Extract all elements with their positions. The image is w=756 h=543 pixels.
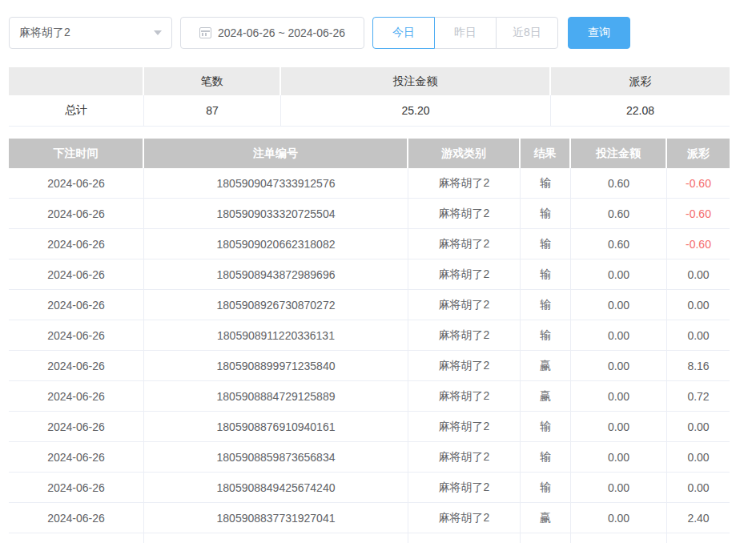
chevron-down-icon <box>154 30 162 35</box>
table-body: 2024-06-261805909047333912576麻将胡了2输0.60-… <box>9 168 730 543</box>
cell-bet-time: 2024-06-26 <box>9 442 144 472</box>
table-row: 2024-06-261805908859873656834麻将胡了2输0.000… <box>9 442 730 473</box>
cell-game-type: 麻将胡了2 <box>408 290 521 320</box>
cell-bet-time: 2024-06-26 <box>9 290 144 320</box>
cell-bet-amount: 0.00 <box>571 412 667 441</box>
summary-header-empty <box>9 67 144 95</box>
cell-bet-amount: 0.00 <box>571 473 667 502</box>
cell-payout: 0.00 <box>667 320 730 350</box>
cell-payout: 0.72 <box>667 381 730 411</box>
betting-records-page: 麻将胡了2 2024-06-26 ~ 2024-06-26 今日 昨日 近8日 … <box>0 0 756 543</box>
cell-bet-time: 2024-06-26 <box>9 473 144 502</box>
cell-game-type: 麻将胡了2 <box>408 503 521 533</box>
cell-order-number: 1805908899971235840 <box>144 351 408 380</box>
query-button[interactable]: 查询 <box>568 17 630 49</box>
cell-game-type: 麻将胡了2 <box>408 320 521 350</box>
cell-result: 输 <box>521 199 571 228</box>
cell-bet-amount: 0.60 <box>571 199 667 228</box>
cell-bet-time: 2024-06-26 <box>9 351 144 380</box>
cell-game-type: 麻将胡了2 <box>408 412 521 441</box>
cell-order-number: 1805908837731927041 <box>144 503 408 533</box>
header-payout: 派彩 <box>667 139 730 168</box>
cell-order-number: 1805908926730870272 <box>144 290 408 320</box>
cell-game-type: 麻将胡了2 <box>408 229 521 259</box>
date-range-picker[interactable]: 2024-06-26 ~ 2024-06-26 <box>180 17 364 49</box>
cell-bet-amount: 0.00 <box>571 503 667 533</box>
cell-bet-time: 2024-06-26 <box>9 503 144 533</box>
cell-bet-amount: 0.00 <box>571 442 667 472</box>
cell-bet-time <box>9 533 144 543</box>
cell-payout: -0.60 <box>667 199 730 228</box>
cell-payout <box>667 533 730 543</box>
cell-payout: 0.00 <box>667 259 730 289</box>
cell-bet-amount: 0.60 <box>571 168 667 198</box>
table-row: 2024-06-261805908926730870272麻将胡了2输0.000… <box>9 290 730 320</box>
header-order-number: 注单编号 <box>144 139 408 168</box>
cell-result: 输 <box>521 259 571 289</box>
cell-order-number <box>144 533 408 543</box>
cell-result: 输 <box>521 442 571 472</box>
header-bet-amount: 投注金额 <box>571 139 667 168</box>
cell-game-type: 麻将胡了2 <box>408 442 521 472</box>
game-select-value: 麻将胡了2 <box>19 26 154 40</box>
summary-total-bet-amount: 25.20 <box>281 95 551 126</box>
header-bet-time: 下注时间 <box>9 139 144 168</box>
cell-bet-amount: 0.00 <box>571 259 667 289</box>
cell-order-number: 1805908943872989696 <box>144 259 408 289</box>
cell-bet-time: 2024-06-26 <box>9 229 144 259</box>
summary-total-count: 87 <box>144 95 281 126</box>
cell-result: 输 <box>521 290 571 320</box>
summary-total-row: 总计 87 25.20 22.08 <box>9 95 730 127</box>
cell-payout: 0.00 <box>667 412 730 441</box>
cell-order-number: 1805909033320725504 <box>144 199 408 228</box>
cell-game-type: 麻将胡了2 <box>408 473 521 502</box>
today-button[interactable]: 今日 <box>372 17 435 49</box>
summary-total-payout: 22.08 <box>551 95 730 126</box>
summary-header-row: 笔数 投注金额 派彩 <box>9 67 730 95</box>
cell-order-number: 1805908884729125889 <box>144 381 408 411</box>
cell-result: 赢 <box>521 503 571 533</box>
cell-game-type: 麻将胡了2 <box>408 168 521 198</box>
cell-payout: 8.16 <box>667 351 730 380</box>
table-row: 2024-06-261805908884729125889麻将胡了2赢0.000… <box>9 381 730 412</box>
cell-bet-amount: 0.00 <box>571 351 667 380</box>
cell-bet-time: 2024-06-26 <box>9 412 144 441</box>
cell-bet-amount: 0.60 <box>571 229 667 259</box>
cell-result: 输 <box>521 412 571 441</box>
cell-order-number: 1805908911220336131 <box>144 320 408 350</box>
cell-bet-time: 2024-06-26 <box>9 168 144 198</box>
summary-header-bet-amount: 投注金额 <box>281 67 551 95</box>
table-row: 2024-06-261805908876910940161麻将胡了2输0.000… <box>9 412 730 442</box>
cell-payout: 0.00 <box>667 290 730 320</box>
filter-bar: 麻将胡了2 2024-06-26 ~ 2024-06-26 今日 昨日 近8日 … <box>9 17 756 49</box>
table-row: 2024-06-261805908911220336131麻将胡了2输0.000… <box>9 320 730 351</box>
cell-result: 输 <box>521 473 571 502</box>
last-8-days-button[interactable]: 近8日 <box>496 17 558 49</box>
table-row <box>9 533 730 543</box>
cell-game-type: 麻将胡了2 <box>408 381 521 411</box>
table-row: 2024-06-261805909033320725504麻将胡了2输0.60-… <box>9 199 730 229</box>
cell-bet-time: 2024-06-26 <box>9 259 144 289</box>
cell-order-number: 1805908859873656834 <box>144 442 408 472</box>
table-header-row: 下注时间 注单编号 游戏类别 结果 投注金额 派彩 <box>9 139 730 168</box>
summary-header-count: 笔数 <box>144 67 281 95</box>
cell-result <box>521 533 571 543</box>
game-select[interactable]: 麻将胡了2 <box>9 17 172 49</box>
table-row: 2024-06-261805909020662318082麻将胡了2输0.60-… <box>9 229 730 259</box>
cell-bet-amount: 0.00 <box>571 381 667 411</box>
cell-game-type: 麻将胡了2 <box>408 259 521 289</box>
cell-result: 赢 <box>521 381 571 411</box>
cell-bet-amount: 0.00 <box>571 320 667 350</box>
summary-table: 笔数 投注金额 派彩 总计 87 25.20 22.08 <box>9 67 730 127</box>
date-range-value: 2024-06-26 ~ 2024-06-26 <box>218 26 345 39</box>
cell-bet-amount: 0.00 <box>571 290 667 320</box>
cell-bet-time: 2024-06-26 <box>9 381 144 411</box>
cell-game-type <box>408 533 521 543</box>
yesterday-button[interactable]: 昨日 <box>434 17 497 49</box>
cell-payout: 0.00 <box>667 473 730 502</box>
cell-result: 输 <box>521 168 571 198</box>
cell-payout: 0.00 <box>667 442 730 472</box>
cell-bet-time: 2024-06-26 <box>9 199 144 228</box>
summary-header-payout: 派彩 <box>551 67 730 95</box>
cell-payout: 2.40 <box>667 503 730 533</box>
